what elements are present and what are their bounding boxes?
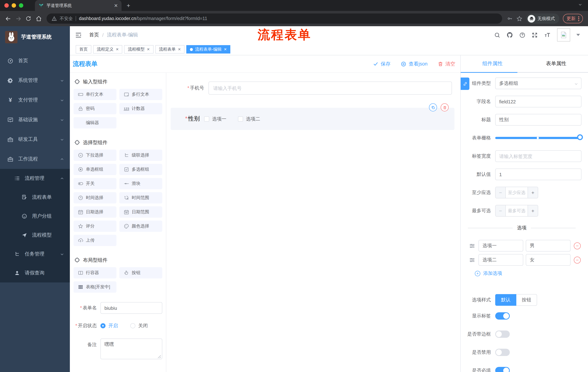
search-icon[interactable] <box>494 32 500 38</box>
back-button[interactable] <box>3 13 13 24</box>
widget-radio-group[interactable]: 单选框组 <box>74 164 116 175</box>
reload-button[interactable] <box>23 13 33 24</box>
stepper-plus-button[interactable]: + <box>528 187 538 198</box>
remove-option-button[interactable]: − <box>574 256 581 263</box>
checkbox-option-two[interactable]: 选项二 <box>238 116 260 122</box>
breadcrumb-home[interactable]: 首页 <box>89 32 99 38</box>
widget-rate[interactable]: 评分 <box>74 221 116 232</box>
style-segment-default[interactable]: 默认 <box>495 294 516 306</box>
clear-button[interactable]: 清空 <box>438 61 455 67</box>
checkbox[interactable] <box>204 116 209 121</box>
checkbox[interactable] <box>238 116 243 121</box>
tag-close-icon[interactable]: ✕ <box>178 47 181 51</box>
new-tab-button[interactable]: + <box>127 2 130 9</box>
kebab-menu-icon[interactable] <box>578 16 579 21</box>
widget-counter[interactable]: 123计数器 <box>119 103 162 114</box>
copy-widget-button[interactable] <box>429 103 437 111</box>
style-segment-button[interactable]: 按钮 <box>516 294 537 306</box>
widget-switch[interactable]: 开关 <box>74 178 116 189</box>
widget-time-picker[interactable]: 时间选择 <box>74 192 116 203</box>
help-icon[interactable] <box>519 32 525 38</box>
status-radio-on[interactable]: 开启 <box>100 322 118 329</box>
form-name-input[interactable] <box>100 302 162 314</box>
sidebar-item-infrastructure[interactable]: 基础设施 <box>0 110 70 130</box>
widget-date-picker[interactable]: 日期选择 <box>74 206 116 218</box>
toggle-show-label[interactable] <box>495 312 510 319</box>
widget-multi-line-text[interactable]: 多行文本 <box>119 89 162 100</box>
widget-select[interactable]: 下拉选择 <box>74 149 116 161</box>
toggle-disabled[interactable] <box>495 349 510 356</box>
sidebar-item-process-model[interactable]: 流程模型 <box>0 226 70 244</box>
tab-form-props[interactable]: 表单属性 <box>524 55 588 72</box>
stepper-input[interactable]: 最多可选 <box>506 205 528 216</box>
key-icon[interactable] <box>505 14 514 23</box>
widget-time-range[interactable]: 时间范围 <box>119 192 162 203</box>
grid-slider[interactable] <box>495 132 581 144</box>
tag-process-form[interactable]: 流程表单✕ <box>155 45 185 53</box>
widget-single-line-text[interactable]: 单行文本 <box>74 89 116 100</box>
home-button[interactable] <box>33 13 44 24</box>
drag-handle-icon[interactable] <box>469 243 475 249</box>
toggle-border[interactable] <box>495 330 510 338</box>
sidebar-item-devtools[interactable]: 研发工具 <box>0 130 70 149</box>
address-bar[interactable]: 不安全 dashboard.yudao.iocoder.cn/bpm/manag… <box>47 13 502 24</box>
resize-handle-icon[interactable] <box>158 355 161 359</box>
sidebar-item-user-group[interactable]: 用户分组 <box>0 207 70 226</box>
select-value[interactable] <box>495 77 581 89</box>
checkbox-option-one[interactable]: 选项一 <box>204 116 226 122</box>
add-option-button[interactable]: + 添加选项 <box>475 270 581 277</box>
widget-row-container[interactable]: 行容器 <box>74 267 116 278</box>
option-label-input[interactable] <box>478 254 523 266</box>
slider-handle[interactable] <box>577 134 583 140</box>
option-label-input[interactable] <box>478 240 523 252</box>
remove-option-button[interactable]: − <box>574 242 581 249</box>
caret-down-icon[interactable] <box>576 34 580 36</box>
sidebar-item-workflow[interactable]: 工作流程 <box>0 149 70 169</box>
hamburger-icon[interactable] <box>75 32 82 38</box>
tag-close-icon[interactable]: ✕ <box>224 47 227 51</box>
close-window-button[interactable] <box>4 3 9 8</box>
remark-textarea[interactable]: 嘿嘿 <box>100 339 162 359</box>
stepper-minus-button[interactable]: − <box>496 205 506 216</box>
widget-slider[interactable]: 滑块 <box>119 178 162 189</box>
delete-widget-button[interactable] <box>441 103 449 111</box>
sidebar-item-leave-query[interactable]: 请假查询 <box>0 264 70 282</box>
tab-overflow-chevron-icon[interactable] <box>578 2 582 7</box>
toggle-required[interactable] <box>495 367 510 372</box>
tag-process-model[interactable]: 流程模型✕ <box>124 45 154 53</box>
status-radio-off[interactable]: 关闭 <box>130 322 148 329</box>
phone-field-row[interactable]: *手机号 <box>175 82 452 95</box>
zoom-window-button[interactable] <box>19 3 23 8</box>
tag-close-icon[interactable]: ✕ <box>116 47 119 51</box>
default-value-input[interactable] <box>495 169 581 180</box>
save-button[interactable]: 保存 <box>373 61 390 67</box>
component-type-select[interactable] <box>495 77 581 89</box>
fullscreen-icon[interactable] <box>532 32 538 38</box>
drag-handle-icon[interactable] <box>469 257 475 263</box>
widget-color-picker[interactable]: 颜色选择 <box>119 221 162 232</box>
link-tab-button[interactable] <box>461 77 469 90</box>
option-value-input[interactable] <box>526 240 570 252</box>
widget-editor[interactable]: 编辑器 <box>74 117 116 128</box>
github-icon[interactable] <box>506 32 513 38</box>
update-button[interactable]: 更新 <box>563 14 583 23</box>
font-size-icon[interactable] <box>544 32 551 38</box>
widget-button[interactable]: 按钮 <box>119 267 162 278</box>
label-width-input[interactable] <box>495 150 581 162</box>
phone-input[interactable] <box>209 82 452 95</box>
sidebar-item-payment[interactable]: ¥ 支付管理 <box>0 90 70 110</box>
tab-close-icon[interactable]: ✕ <box>114 3 118 8</box>
tab-component-props[interactable]: 组件属性 <box>461 55 524 72</box>
option-value-input[interactable] <box>526 254 570 266</box>
browser-tab[interactable]: 芋道管理系统 ✕ <box>35 0 122 11</box>
logo-row[interactable]: 芋道管理系统 <box>0 26 70 46</box>
title-input[interactable] <box>495 114 581 126</box>
stepper-minus-button[interactable]: − <box>496 187 506 198</box>
widget-table[interactable]: 表格[开发中] <box>74 281 116 293</box>
sidebar-item-system[interactable]: 系统管理 <box>0 71 70 90</box>
tag-close-icon[interactable]: ✕ <box>147 47 150 51</box>
sidebar-item-process-management[interactable]: 流程管理 <box>0 169 70 188</box>
warning-icon[interactable] <box>52 16 57 21</box>
tag-home[interactable]: 首页 <box>76 45 91 53</box>
stepper-input[interactable]: 至少应选 <box>506 187 528 198</box>
